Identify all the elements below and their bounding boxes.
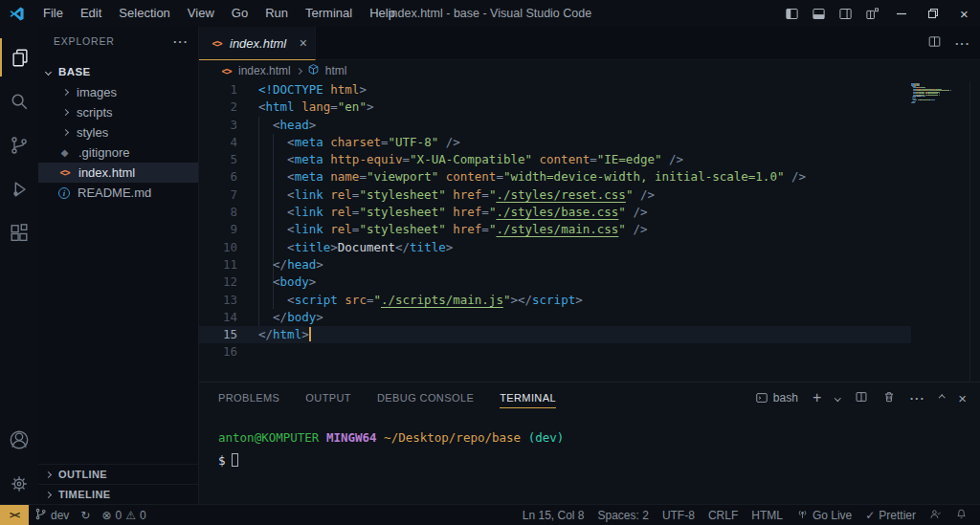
toggle-panel-icon[interactable]: [805, 0, 832, 27]
code-line-7[interactable]: 7 <link rel="stylesheet" href="./styles/…: [199, 186, 911, 204]
menu-file[interactable]: File: [34, 0, 72, 27]
status-spaces-2[interactable]: Spaces: 2: [591, 505, 656, 525]
split-terminal-icon[interactable]: [855, 390, 868, 406]
menu-help[interactable]: Help: [361, 0, 404, 27]
search-icon[interactable]: [0, 82, 38, 120]
line-number: 15: [199, 326, 237, 343]
panel-tab-output[interactable]: OUTPUT: [305, 383, 351, 413]
tab-index-html[interactable]: <> index.html ×: [199, 27, 316, 60]
code-line-6[interactable]: 6 <meta name="viewport" content="width=d…: [199, 168, 911, 186]
section-timeline[interactable]: TIMELINE: [38, 484, 198, 504]
code-line-1[interactable]: 1<!DOCTYPE html>: [199, 81, 911, 98]
account-icon[interactable]: [0, 421, 38, 459]
code-text: <title>Document</title>: [258, 239, 453, 256]
status-prettier[interactable]: ✓Prettier: [858, 505, 923, 525]
code-line-9[interactable]: 9 <link rel="stylesheet" href="./styles/…: [199, 221, 911, 238]
code-line-14[interactable]: 14 </body>: [199, 309, 911, 326]
run-debug-icon[interactable]: [0, 170, 38, 208]
menu-go[interactable]: Go: [223, 0, 256, 27]
root-folder-row[interactable]: BASE: [38, 61, 198, 82]
breadcrumb-symbol[interactable]: html: [325, 64, 347, 77]
status-feedback-icon[interactable]: [923, 505, 948, 525]
customize-layout-icon[interactable]: [858, 0, 885, 27]
line-number: 6: [199, 168, 237, 186]
code-line-15[interactable]: 15</html>: [199, 326, 911, 343]
section-outline[interactable]: OUTLINE: [38, 464, 198, 484]
tree-item-index-html[interactable]: <>index.html: [38, 163, 198, 183]
status-label: UTF-8: [662, 509, 695, 522]
source-control-icon[interactable]: [0, 126, 38, 164]
code-line-5[interactable]: 5 <meta http-equiv="X-UA-Compatible" con…: [199, 151, 911, 168]
restore-button[interactable]: [917, 0, 948, 27]
editor-scrollbar[interactable]: [969, 81, 980, 382]
line-number: 1: [199, 81, 237, 98]
code-line-13[interactable]: 13 <script src="./scripts/main.js"></scr…: [199, 292, 911, 309]
minimize-button[interactable]: [885, 0, 917, 27]
terminal-instance-item[interactable]: bash: [755, 391, 798, 405]
status-ln-15-col-8[interactable]: Ln 15, Col 8: [516, 505, 591, 525]
statusbar-left: dev↻⊗0⚠0: [29, 505, 152, 525]
toggle-sidebar-icon[interactable]: [778, 0, 805, 27]
branch-status-item[interactable]: dev: [29, 505, 75, 525]
code-line-11[interactable]: 11 </head>: [199, 256, 911, 273]
panel-more-actions-icon[interactable]: ···: [910, 391, 925, 405]
extensions-icon[interactable]: [0, 214, 38, 252]
status-bell-icon[interactable]: [948, 505, 974, 525]
menu-edit[interactable]: Edit: [72, 0, 110, 27]
code-text: </html>: [258, 326, 311, 343]
menu-terminal[interactable]: Terminal: [297, 0, 361, 27]
terminal-dropdown-icon[interactable]: [835, 395, 840, 401]
chevron-right-icon: [45, 470, 52, 477]
code-line-12[interactable]: 12 <body>: [199, 273, 911, 291]
code-line-16[interactable]: 16: [199, 343, 911, 361]
split-editor-icon[interactable]: [927, 34, 942, 53]
tree-item-label: index.html: [78, 165, 135, 180]
tree-item-images[interactable]: images: [38, 82, 198, 102]
status-utf-8[interactable]: UTF-8: [656, 505, 702, 525]
tree-item-scripts[interactable]: scripts: [38, 102, 198, 122]
menu-view[interactable]: View: [179, 0, 223, 27]
status-html[interactable]: HTML: [745, 505, 790, 525]
problems-status-item[interactable]: ⊗0⚠0: [96, 505, 151, 525]
code-line-3[interactable]: 3 <head>: [199, 117, 911, 134]
editor-more-actions-icon[interactable]: ···: [955, 36, 970, 51]
status-go-live[interactable]: Go Live: [790, 505, 858, 525]
line-number: 13: [199, 292, 237, 309]
code-line-8[interactable]: 8 <link rel="stylesheet" href="./styles/…: [199, 204, 911, 221]
close-panel-icon[interactable]: ×: [958, 390, 967, 406]
tab-close-icon[interactable]: ×: [300, 35, 307, 51]
explorer-more-actions-icon[interactable]: ···: [173, 34, 189, 49]
minimap-line: [911, 104, 967, 105]
code-line-10[interactable]: 10 <title>Document</title>: [199, 239, 911, 256]
panel-tab-terminal[interactable]: TERMINAL: [500, 383, 556, 413]
status-crlf[interactable]: CRLF: [702, 505, 745, 525]
tree-item-README-md[interactable]: iREADME.md: [38, 183, 198, 203]
line-number: 9: [199, 221, 237, 238]
tree-item-styles[interactable]: styles: [38, 122, 198, 142]
settings-gear-icon[interactable]: [0, 465, 38, 503]
menu-run[interactable]: Run: [256, 0, 297, 27]
panel-tab-problems[interactable]: PROBLEMS: [218, 383, 279, 413]
terminal[interactable]: anton@KOMPUTER MINGW64 ~/Desktop/repo/ba…: [218, 427, 564, 472]
toggle-secondary-sidebar-icon[interactable]: [832, 0, 858, 27]
code-line-4[interactable]: 4 <meta charset="UTF-8" />: [199, 134, 911, 151]
kill-terminal-icon[interactable]: [882, 390, 896, 406]
sync-status-item[interactable]: ↻: [75, 505, 96, 525]
breadcrumb-file[interactable]: index.html: [238, 64, 291, 77]
minimap[interactable]: [911, 83, 967, 105]
panel-tab-debug-console[interactable]: DEBUG CONSOLE: [377, 383, 474, 413]
menu-selection[interactable]: Selection: [110, 0, 178, 27]
remote-indicator[interactable]: ><: [0, 505, 29, 525]
section-label: OUTLINE: [58, 469, 107, 480]
breadcrumb: <> index.html html: [199, 60, 980, 81]
code-editor[interactable]: 1<!DOCTYPE html>2<html lang="en">3 <head…: [199, 81, 980, 382]
tree-item-label: README.md: [78, 186, 151, 200]
files-icon[interactable]: [0, 38, 38, 77]
close-window-button[interactable]: ×: [948, 0, 980, 27]
code-text: <head>: [258, 117, 316, 134]
tree-item-label: scripts: [77, 105, 113, 120]
code-line-2[interactable]: 2<html lang="en">: [199, 98, 911, 116]
new-terminal-icon[interactable]: +: [813, 389, 821, 406]
tree-item--gitignore[interactable]: ◆.gitignore: [38, 142, 198, 163]
maximize-panel-icon[interactable]: [939, 395, 945, 401]
